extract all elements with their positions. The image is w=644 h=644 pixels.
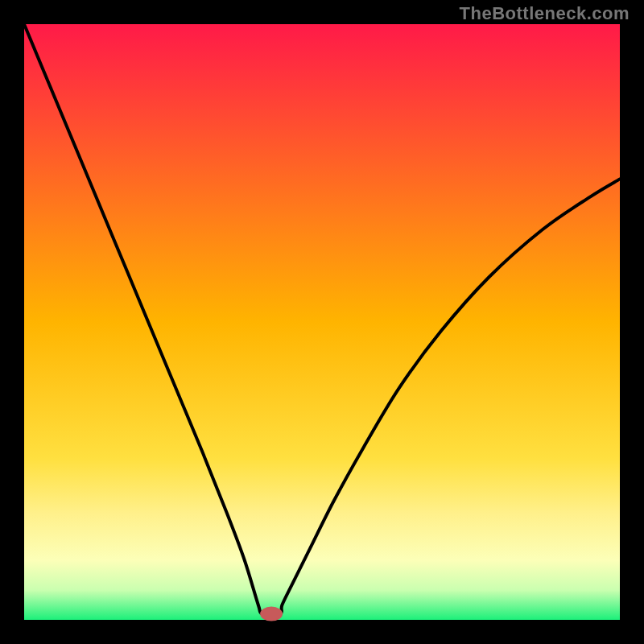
optimal-point-marker <box>260 607 283 621</box>
bottleneck-chart <box>0 0 644 644</box>
chart-frame: TheBottleneck.com <box>0 0 644 644</box>
chart-background <box>24 24 620 620</box>
watermark-label: TheBottleneck.com <box>460 3 630 24</box>
